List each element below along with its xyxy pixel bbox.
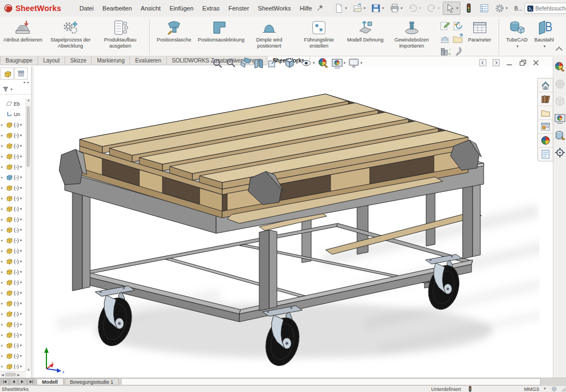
task-pane-tab[interactable] <box>538 92 553 106</box>
tree-item[interactable]: (-) <box>0 330 26 340</box>
status-units[interactable]: MMGS <box>524 386 539 392</box>
tree-item[interactable]: (-) <box>0 235 26 245</box>
tree-item[interactable]: (-) <box>0 130 26 140</box>
search-input[interactable] <box>534 5 566 12</box>
ribbon-button[interactable]: TubeCAD <box>504 18 531 50</box>
viewport-window-button[interactable] <box>532 59 540 69</box>
tree-item[interactable]: (-) <box>0 351 26 361</box>
menu-item[interactable]: Ansicht <box>137 3 165 14</box>
ribbon-button[interactable]: Parameter <box>465 18 494 44</box>
menu-item[interactable]: SheetWorks <box>254 3 295 14</box>
scroll-down-arrow[interactable]: ▼ <box>27 368 30 372</box>
ribbon-small-button[interactable] <box>439 45 451 58</box>
scrollbar-thumb[interactable] <box>27 106 30 167</box>
toolbar-button[interactable] <box>369 2 386 15</box>
tree-item[interactable]: (-) <box>0 214 26 224</box>
menu-item[interactable]: Bearbeiten <box>98 3 135 14</box>
rail-button[interactable] <box>554 147 565 160</box>
study-nav-button[interactable] <box>1 378 9 386</box>
feature-manager-tab[interactable] <box>14 67 28 80</box>
tree-item[interactable]: (-) <box>0 340 26 351</box>
expand-caret-icon[interactable] <box>1 354 6 358</box>
toolbar-button[interactable] <box>477 2 491 15</box>
scrollbar-thumb[interactable] <box>5 373 16 377</box>
feature-manager-tab[interactable] <box>1 67 14 80</box>
panel-splitter[interactable] <box>32 66 34 378</box>
menu-item[interactable]: Einfügen <box>166 3 197 14</box>
toolbar-button[interactable] <box>443 2 460 15</box>
command-tab[interactable]: Baugruppe <box>0 56 38 65</box>
toolbar-button[interactable] <box>492 2 510 15</box>
tree-vertical-scrollbar[interactable]: ▲ ▼ <box>25 98 31 372</box>
expand-caret-icon[interactable] <box>1 154 6 159</box>
rail-button[interactable] <box>554 61 565 75</box>
tree-item[interactable]: (-) <box>0 298 26 309</box>
expand-caret-icon[interactable] <box>1 196 6 201</box>
expand-caret-icon[interactable] <box>1 270 6 274</box>
expand-caret-icon[interactable] <box>1 133 6 138</box>
ribbon-small-button[interactable] <box>452 33 464 45</box>
task-pane-tab[interactable] <box>538 134 553 148</box>
study-nav-button[interactable] <box>9 378 18 386</box>
rail-button[interactable] <box>554 130 565 143</box>
scroll-up-arrow[interactable]: ▲ <box>27 98 30 102</box>
view-tool-button[interactable] <box>284 58 298 69</box>
toolbar-button[interactable] <box>406 2 423 15</box>
tree-item[interactable]: (-) <box>0 361 26 372</box>
pin-icon[interactable] <box>317 4 324 11</box>
study-tab[interactable]: Modell <box>36 378 64 385</box>
viewport-window-button[interactable] <box>505 59 513 69</box>
view-tool-button[interactable] <box>212 58 223 69</box>
expand-caret-icon[interactable] <box>1 217 6 222</box>
expand-caret-icon[interactable] <box>1 228 6 232</box>
graphics-viewport[interactable]: x z <box>34 66 539 378</box>
tree-item[interactable]: (-) <box>0 140 26 151</box>
rail-button[interactable] <box>554 113 565 126</box>
rail-button[interactable] <box>554 96 565 109</box>
ribbon-button[interactable]: Produktaufbau ausgeben <box>96 18 145 50</box>
viewport-window-button[interactable] <box>492 59 500 69</box>
menu-item[interactable]: Extras <box>198 3 223 14</box>
scroll-left-arrow[interactable]: ◀ <box>0 373 5 377</box>
view-tool-button[interactable] <box>332 58 346 69</box>
ribbon-small-button[interactable] <box>439 33 451 45</box>
expand-caret-icon[interactable] <box>1 322 6 327</box>
toolbar-button[interactable] <box>332 2 349 15</box>
viewport-window-button[interactable] <box>479 59 487 69</box>
toolbar-button[interactable] <box>424 2 442 15</box>
menu-item[interactable]: Hilfe <box>296 3 316 14</box>
ribbon-button[interactable]: Positionsausklinkung <box>195 18 244 44</box>
scroll-right-arrow[interactable]: ▶ <box>16 373 21 377</box>
toolbar-button[interactable] <box>387 2 405 15</box>
expand-caret-icon[interactable] <box>1 312 6 316</box>
ribbon-small-button[interactable] <box>439 20 451 32</box>
expand-caret-icon[interactable] <box>1 207 6 211</box>
study-nav-button[interactable] <box>18 378 27 386</box>
tree-item[interactable]: (-) <box>0 151 26 161</box>
view-tool-button[interactable] <box>348 58 363 69</box>
expand-caret-icon[interactable] <box>1 186 6 190</box>
command-tab[interactable]: Markierung <box>91 56 130 65</box>
expand-caret-icon[interactable] <box>1 249 6 253</box>
tree-item[interactable]: Un <box>0 109 26 119</box>
task-pane-tab[interactable] <box>538 106 553 120</box>
view-tool-button[interactable] <box>318 58 329 69</box>
tree-item[interactable]: (-) <box>0 309 26 319</box>
task-pane-tab[interactable] <box>538 79 553 92</box>
study-nav-button[interactable] <box>27 378 35 386</box>
ribbon-small-button[interactable] <box>452 45 464 58</box>
tree-item[interactable]: (-) <box>0 224 26 235</box>
tree-item[interactable]: (-) <box>0 119 26 130</box>
task-pane-tab[interactable] <box>538 148 553 161</box>
expand-caret-icon[interactable] <box>1 123 6 127</box>
tree-item[interactable]: (-) <box>0 266 26 277</box>
expand-caret-icon[interactable] <box>1 343 6 348</box>
command-search[interactable]: ▾ <box>525 3 566 14</box>
view-tool-button[interactable] <box>301 58 315 69</box>
tree-item[interactable]: Eb <box>0 98 26 109</box>
tree-item[interactable]: (-) <box>0 203 26 214</box>
toolbar-overflow-label[interactable]: B... <box>514 6 522 12</box>
viewport-window-button[interactable] <box>518 59 527 69</box>
panel-flyout-arrows[interactable]: ▸▸ <box>1 80 30 85</box>
view-tool-button[interactable] <box>226 58 237 69</box>
